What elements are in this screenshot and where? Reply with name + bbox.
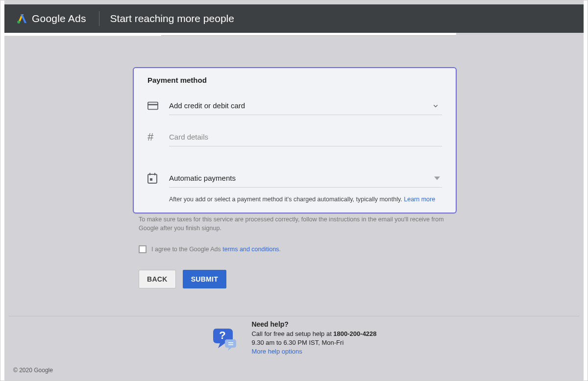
auto-payments-row[interactable]: Automatic payments [147,167,442,189]
auto-payments-select[interactable]: Automatic payments [169,169,442,188]
help-icon: ? [211,325,239,352]
svg-rect-6 [150,178,152,181]
agree-row: I agree to the Google Ads terms and cond… [139,245,451,253]
google-ads-logo: Google Ads [16,13,86,24]
header-separator [99,11,99,26]
svg-rect-5 [154,173,155,175]
submit-button[interactable]: SUBMIT [183,270,226,288]
footer-copyright: © 2020 Google [13,367,53,374]
app-header: Google Ads Start reaching more people [4,4,584,33]
previous-section-bottom-border [161,33,456,36]
add-card-select[interactable]: Add credit or debit card [169,96,442,115]
credit-card-icon [147,101,158,110]
help-title: Need help? [251,320,376,330]
help-text-block: Need help? Call for free ad setup help a… [251,320,376,356]
payment-method-title: Payment method [147,76,442,84]
svg-rect-1 [148,102,158,110]
help-hours: 9.30 am to 6.30 PM IST, Mon-Fri [251,338,376,347]
calendar-icon [147,173,157,184]
svg-rect-4 [149,173,150,175]
help-section: ? Need help? Call for free ad setup help… [8,316,580,360]
hash-icon: # [147,131,153,143]
page-title: Start reaching more people [110,13,234,24]
svg-rect-8 [228,342,233,343]
dropdown-triangle-icon [434,175,440,181]
more-help-link[interactable]: More help options [251,348,302,355]
brand-text: Google Ads [32,13,86,24]
back-button[interactable]: BACK [139,270,176,288]
agree-checkbox[interactable] [139,245,147,253]
add-card-row[interactable]: Add credit or debit card [147,95,442,117]
svg-point-0 [17,21,20,24]
svg-rect-9 [228,344,233,345]
google-ads-logo-icon [16,13,28,24]
svg-text:?: ? [220,329,226,341]
svg-rect-2 [148,104,158,105]
agree-text: I agree to the Google Ads terms and cond… [151,246,281,253]
button-row: BACK SUBMIT [139,270,226,288]
card-details-row: # [147,126,442,148]
payment-method-card: Payment method Add credit or debit card … [133,67,457,214]
chevron-down-icon [431,101,440,110]
card-details-input[interactable] [169,128,442,146]
tax-note: To make sure taxes for this service are … [139,215,451,233]
learn-more-link[interactable]: Learn more [404,196,435,203]
top-white-strip [4,33,161,36]
help-phone-line: Call for free ad setup help at 1800-200-… [251,330,376,338]
auto-payments-help-text: After you add or select a payment method… [169,196,442,203]
terms-link[interactable]: terms and conditions [222,246,279,253]
